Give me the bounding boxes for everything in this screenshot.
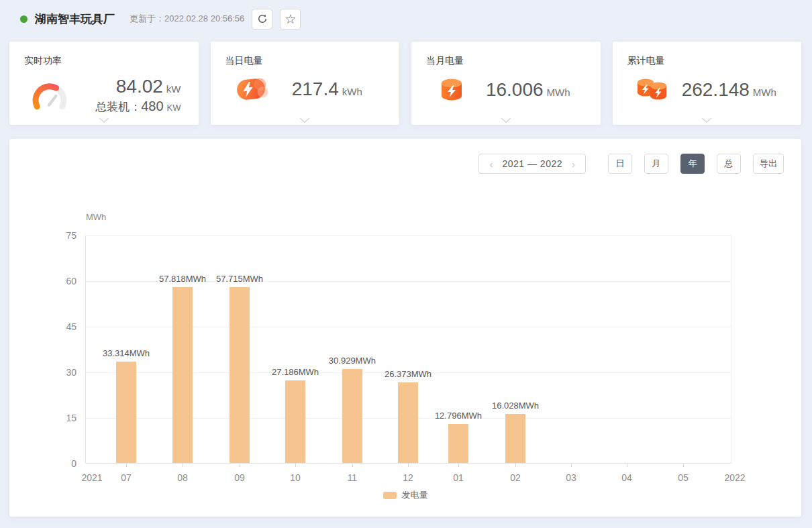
card-expand-chevron[interactable] xyxy=(501,117,511,123)
bar-09 xyxy=(230,287,250,463)
bar-data-label: 57.715MWh xyxy=(196,274,283,284)
bar-data-label: 12.796MWh xyxy=(415,411,502,421)
y-tick-label: 60 xyxy=(9,276,77,286)
y-axis-name: MWh xyxy=(86,212,106,222)
date-range-pager: ‹ 2021 — 2022 › xyxy=(478,154,586,174)
pager-next-button[interactable]: › xyxy=(570,158,576,170)
favorite-button[interactable]: ☆ xyxy=(280,9,301,30)
bar-data-label: 26.373MWh xyxy=(364,369,452,379)
total-energy-unit: MWh xyxy=(753,87,776,98)
updated-timestamp: 更新于：2022.02.28 20:56:56 xyxy=(130,13,244,25)
bar-data-label: 30.929MWh xyxy=(309,356,396,366)
card-total-energy: 累计电量 262.148MWh xyxy=(613,42,802,125)
realtime-power-unit: kW xyxy=(166,83,181,95)
chart-plot: 33.314MWh57.818MWh57.715MWh27.186MWh30.9… xyxy=(85,235,731,464)
x-tick-mark xyxy=(352,464,353,467)
card-monthly-energy: 当月电量 16.006MWh xyxy=(411,42,601,125)
x-tick-mark xyxy=(126,464,127,467)
y-tick-label: 75 xyxy=(9,230,77,241)
x-tick-mark xyxy=(627,464,627,467)
installed-capacity-value: 480 xyxy=(141,99,163,113)
bar-08 xyxy=(172,287,193,463)
bar-data-label: 16.028MWh xyxy=(472,401,559,411)
realtime-power-value: 84.02 xyxy=(116,76,163,97)
card-title: 累计电量 xyxy=(627,55,802,67)
card-value-block: 84.02kW 总装机：480KW xyxy=(71,76,181,115)
card-daily-energy: 当日电量 217.4k xyxy=(211,42,400,125)
chart-panel: ‹ 2021 — 2022 › 日月年总导出 MWh 33.314MWh57.8… xyxy=(9,139,801,517)
period-button-日[interactable]: 日 xyxy=(608,154,632,174)
period-button-总[interactable]: 总 xyxy=(717,154,741,174)
y-tick-label: 0 xyxy=(9,458,77,469)
status-dot xyxy=(20,15,28,23)
total-energy-value: 262.148 xyxy=(682,79,750,100)
x-tick-mark xyxy=(571,464,572,467)
legend-label: 发电量 xyxy=(402,489,428,501)
daily-energy-unit: kWh xyxy=(342,86,362,97)
x-tick-mark xyxy=(515,464,516,467)
period-button-group: 日月年总导出 xyxy=(596,154,784,174)
bar-data-label: 33.314MWh xyxy=(83,348,170,358)
bar-11 xyxy=(342,369,362,463)
chart-controls: ‹ 2021 — 2022 › 日月年总导出 xyxy=(478,154,784,174)
bar-07 xyxy=(116,362,136,463)
x-tick-label: 01 xyxy=(432,472,485,483)
x-tick-label: 11 xyxy=(325,472,379,483)
x-tick-label: 04 xyxy=(600,472,654,483)
period-button-月[interactable]: 月 xyxy=(644,154,668,174)
x-tick-label: 05 xyxy=(656,472,710,483)
pager-prev-button[interactable]: ‹ xyxy=(488,158,494,170)
card-title: 当日电量 xyxy=(225,55,400,67)
card-title: 当月电量 xyxy=(426,55,601,67)
installed-capacity-unit: KW xyxy=(167,103,181,113)
gridline xyxy=(85,235,731,236)
y-tick-label: 30 xyxy=(9,367,77,378)
chart-legend-item[interactable]: 发电量 xyxy=(9,489,801,501)
card-value-block: 217.4kWh xyxy=(272,78,383,100)
x-tick-mark xyxy=(408,464,409,467)
x-tick-mark xyxy=(683,464,684,467)
x-tick-label: 03 xyxy=(544,472,598,483)
monthly-energy-icon xyxy=(430,76,473,104)
card-expand-chevron[interactable] xyxy=(99,117,109,123)
refresh-button[interactable] xyxy=(252,9,272,30)
page-header: 湖南智丰玩具厂 更新于：2022.02.28 20:56:56 ☆ xyxy=(0,0,812,38)
gauge-icon xyxy=(28,80,71,111)
bar-02 xyxy=(505,414,525,463)
card-value-block: 16.006MWh xyxy=(473,79,583,101)
x-tick-mark xyxy=(295,464,296,467)
x-tick-label: 12 xyxy=(381,472,435,483)
y-tick-label: 45 xyxy=(9,321,77,332)
bar-data-label: 27.186MWh xyxy=(252,367,339,377)
card-value-block: 262.148MWh xyxy=(674,79,784,101)
card-expand-chevron[interactable] xyxy=(701,117,712,123)
period-button-年[interactable]: 年 xyxy=(680,154,705,174)
monthly-energy-value: 16.006 xyxy=(486,79,544,100)
stat-cards-row: 实时功率 84.02kW 总装机：480KW xyxy=(9,42,801,125)
installed-capacity-label: 总装机： xyxy=(95,101,141,113)
bar-12 xyxy=(398,382,418,463)
monthly-energy-unit: MWh xyxy=(547,87,570,98)
y-tick-label: 15 xyxy=(9,413,77,423)
x-tick-label: 08 xyxy=(156,472,209,483)
card-realtime-power: 实时功率 84.02kW 总装机：480KW xyxy=(9,42,199,125)
bar-10 xyxy=(285,380,305,463)
period-button-导出[interactable]: 导出 xyxy=(753,154,784,174)
star-icon: ☆ xyxy=(285,13,296,25)
daily-energy-value: 217.4 xyxy=(292,78,339,99)
total-energy-icon xyxy=(631,76,674,104)
bar-01 xyxy=(448,424,468,463)
plant-title: 湖南智丰玩具厂 xyxy=(35,11,115,27)
daily-energy-icon xyxy=(230,76,272,103)
x-tick-mark xyxy=(458,464,459,467)
x-boundary-label: 2022 xyxy=(708,472,762,483)
pager-range-label: 2021 — 2022 xyxy=(502,158,562,169)
legend-swatch xyxy=(383,492,397,499)
x-tick-label: 02 xyxy=(489,472,542,483)
x-tick-label: 09 xyxy=(213,472,266,483)
refresh-icon xyxy=(257,13,268,24)
x-tick-mark xyxy=(240,464,240,467)
right-boundary-line xyxy=(731,235,731,464)
x-boundary-label: 2021 xyxy=(65,472,119,483)
card-expand-chevron[interactable] xyxy=(299,117,310,123)
